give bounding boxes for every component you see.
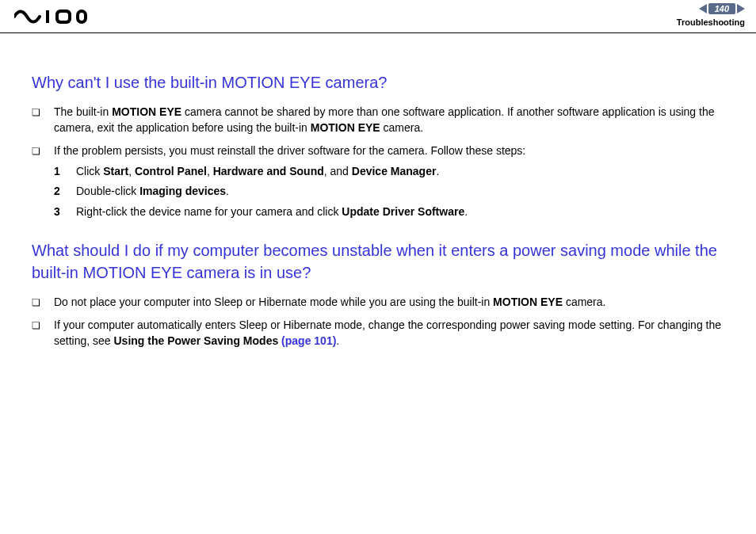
- bullet-text: If the problem persists, you must reinst…: [54, 143, 724, 224]
- page-content: Why can't I use the built-in MOTION EYE …: [0, 33, 756, 372]
- step-intro: If the problem persists, you must reinst…: [54, 143, 724, 159]
- step-number: 3: [54, 204, 76, 220]
- bullet-item: If your computer automatically enters Sl…: [32, 318, 724, 349]
- bullet-text: Do not place your computer into Sleep or…: [54, 295, 724, 311]
- vaio-logo: [14, 10, 87, 24]
- bullet-marker-icon: [32, 318, 54, 349]
- step-text: Double-click Imaging devices.: [76, 184, 724, 200]
- step-item: 1 Click Start, Control Panel, Hardware a…: [54, 164, 724, 180]
- bullet-item: If the problem persists, you must reinst…: [32, 143, 724, 224]
- next-page-arrow[interactable]: [737, 4, 745, 13]
- question-2-heading: What should I do if my computer becomes …: [32, 239, 724, 284]
- step-number: 2: [54, 184, 76, 200]
- question-1-body: The built-in MOTION EYE camera cannot be…: [32, 105, 724, 225]
- step-list: 1 Click Start, Control Panel, Hardware a…: [54, 164, 724, 220]
- bullet-marker-icon: [32, 105, 54, 135]
- page-header: 140 Troubleshooting: [0, 0, 756, 33]
- bullet-text: If your computer automatically enters Sl…: [54, 318, 724, 349]
- bullet-marker-icon: [32, 143, 54, 224]
- svg-rect-4: [79, 13, 84, 21]
- bullet-marker-icon: [32, 295, 54, 311]
- question-1-heading: Why can't I use the built-in MOTION EYE …: [32, 71, 724, 93]
- svg-rect-2: [59, 13, 68, 21]
- step-item: 2 Double-click Imaging devices.: [54, 184, 724, 200]
- step-number: 1: [54, 164, 76, 180]
- page-nav: 140: [699, 3, 745, 14]
- svg-rect-0: [46, 10, 49, 23]
- section-label: Troubleshooting: [677, 17, 745, 27]
- page-number-badge: 140: [708, 3, 735, 14]
- page-link[interactable]: (page 101): [281, 334, 336, 347]
- question-2-body: Do not place your computer into Sleep or…: [32, 295, 724, 349]
- bullet-item: The built-in MOTION EYE camera cannot be…: [32, 105, 724, 135]
- step-text: Click Start, Control Panel, Hardware and…: [76, 164, 724, 180]
- bullet-item: Do not place your computer into Sleep or…: [32, 295, 724, 311]
- step-text: Right-click the device name for your cam…: [76, 204, 724, 220]
- prev-page-arrow[interactable]: [699, 4, 707, 13]
- bullet-text: The built-in MOTION EYE camera cannot be…: [54, 105, 724, 135]
- step-item: 3 Right-click the device name for your c…: [54, 204, 724, 220]
